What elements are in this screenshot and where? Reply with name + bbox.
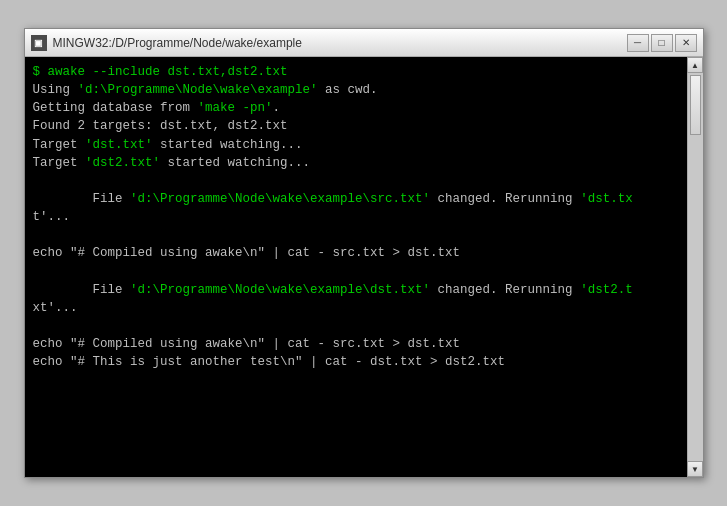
file-change-1b: t'... <box>33 210 71 224</box>
info-line-5: Target 'dst2.txt' started watching... <box>33 156 311 170</box>
window-icon: ▣ <box>31 35 47 51</box>
minimize-button[interactable]: ─ <box>627 34 649 52</box>
terminal-window: ▣ MINGW32:/D/Programme/Node/wake/example… <box>24 28 704 478</box>
close-button[interactable]: ✕ <box>675 34 697 52</box>
echo-line-2: echo "# Compiled using awake\n" | cat - … <box>33 337 461 351</box>
title-bar-buttons: ─ □ ✕ <box>627 34 697 52</box>
info-line-2: Getting database from 'make -pn'. <box>33 101 281 115</box>
echo-line-1: echo "# Compiled using awake\n" | cat - … <box>33 246 461 260</box>
echo-line-3: echo "# This is just another test\n" | c… <box>33 355 506 369</box>
title-bar: ▣ MINGW32:/D/Programme/Node/wake/example… <box>25 29 703 57</box>
title-bar-left: ▣ MINGW32:/D/Programme/Node/wake/example <box>31 35 302 51</box>
scrollbar[interactable]: ▲ ▼ <box>687 57 703 477</box>
terminal-container: $ awake --include dst.txt,dst2.txt Using… <box>25 57 703 477</box>
info-line-4: Target 'dst.txt' started watching... <box>33 138 303 152</box>
terminal-output[interactable]: $ awake --include dst.txt,dst2.txt Using… <box>25 57 687 477</box>
scroll-thumb[interactable] <box>690 75 701 135</box>
maximize-button[interactable]: □ <box>651 34 673 52</box>
window-title: MINGW32:/D/Programme/Node/wake/example <box>53 36 302 50</box>
scroll-down-button[interactable]: ▼ <box>687 461 703 477</box>
info-line-3: Found 2 targets: dst.txt, dst2.txt <box>33 119 288 133</box>
scroll-up-button[interactable]: ▲ <box>687 57 703 73</box>
scroll-track[interactable] <box>688 73 703 461</box>
file-change-2b: xt'... <box>33 301 78 315</box>
file-change-2: File 'd:\Programme\Node\wake\example\dst… <box>33 283 633 297</box>
info-line-1: Using 'd:\Programme\Node\wake\example' a… <box>33 83 378 97</box>
file-change-1: File 'd:\Programme\Node\wake\example\src… <box>33 192 633 206</box>
prompt-line: $ awake --include dst.txt,dst2.txt <box>33 65 288 79</box>
